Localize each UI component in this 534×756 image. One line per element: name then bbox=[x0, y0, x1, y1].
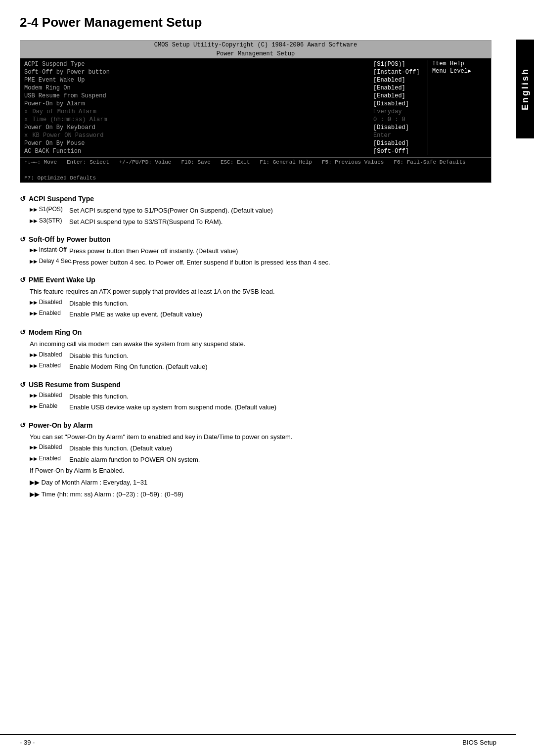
desc-extra: ▶▶ Day of Month Alarm : Everyday, 1~31 bbox=[20, 478, 491, 488]
bios-row-value: [Enabled] bbox=[373, 92, 423, 99]
bios-row-label: ACPI Suspend Type bbox=[24, 61, 113, 68]
bios-footer-item: F7: Optimized Defaults bbox=[24, 175, 96, 181]
bios-row: ACPI Suspend Type[S1(POS)] bbox=[24, 60, 423, 68]
desc-item: DisabledDisable this function. bbox=[20, 392, 491, 401]
desc-extra: ▶▶ Time (hh: mm: ss) Alarm : (0~23) : (0… bbox=[20, 489, 491, 500]
desc-item-text: Press power button 4 sec. to Power off. … bbox=[73, 258, 491, 267]
desc-item-text: Enable alarm function to POWER ON system… bbox=[69, 455, 491, 465]
bios-menu-level: Menu Level▶ bbox=[432, 67, 487, 75]
bios-row-value: [Enabled] bbox=[373, 85, 423, 91]
desc-section-modem-ring: Modem Ring OnAn incoming call via modem … bbox=[20, 328, 491, 372]
desc-item-label: Disabled bbox=[30, 351, 69, 361]
bios-footer-item: ESC: Exit bbox=[221, 159, 250, 165]
bios-main-panel: ACPI Suspend Type[S1(POS)]Soft-Off by Po… bbox=[24, 60, 423, 155]
desc-section-pme-event: PME Event Wake UpThis feature requires a… bbox=[20, 276, 491, 319]
bios-footer-item: +/-/PU/PD: Value bbox=[119, 159, 172, 165]
desc-item-text: Press power button then Power off instan… bbox=[69, 246, 491, 256]
bios-row: Power On By Mouse[Disabled] bbox=[24, 139, 423, 147]
desc-item-text: Enable Modem Ring On function. (Default … bbox=[69, 362, 491, 372]
bios-item-help: Item Help bbox=[432, 60, 487, 67]
bios-footer-item: F6: Fail-Safe Defaults bbox=[394, 159, 465, 165]
desc-heading-soft-off: Soft-Off by Power button bbox=[20, 235, 491, 243]
desc-plain-modem-ring: An incoming call via modem can awake the… bbox=[20, 339, 491, 350]
desc-item-label: Disabled bbox=[30, 444, 69, 453]
bios-row: USB Resume from Suspend[Enabled] bbox=[24, 92, 423, 100]
footer-page-number: - 39 - bbox=[20, 739, 35, 746]
desc-item: S1(POS)Set ACPI suspend type to S1/POS(P… bbox=[20, 206, 491, 216]
bios-row-label: x Day of Month Alarm bbox=[24, 108, 113, 115]
desc-item-text: Enable USB device wake up system from su… bbox=[69, 402, 491, 412]
desc-heading-usb-resume: USB Resume from Suspend bbox=[20, 381, 491, 389]
bios-row-label: AC BACK Function bbox=[24, 148, 113, 155]
desc-item: Delay 4 Sec.Press power button 4 sec. to… bbox=[20, 258, 491, 267]
bios-row: x Time (hh:mm:ss) Alarm0 : 0 : 0 bbox=[24, 116, 423, 124]
bios-row-value: Enter bbox=[373, 132, 423, 139]
bios-row-label: PME Event Wake Up bbox=[24, 77, 113, 84]
desc-heading-pme-event: PME Event Wake Up bbox=[20, 276, 491, 284]
desc-heading-power-on-alarm: Power-On by Alarm bbox=[20, 421, 491, 429]
bios-footer-item: F10: Save bbox=[181, 159, 210, 165]
desc-item-label: Disabled bbox=[30, 392, 69, 401]
desc-item: EnableEnable USB device wake up system f… bbox=[20, 402, 491, 412]
english-tab-label: English bbox=[516, 40, 534, 138]
bios-row: x KB Power ON PasswordEnter bbox=[24, 132, 423, 139]
desc-item-label: S3(STR) bbox=[30, 217, 69, 227]
bios-row: x Day of Month AlarmEveryday bbox=[24, 108, 423, 116]
bios-title-top: CMOS Setup Utility-Copyright (C) 1984-20… bbox=[20, 41, 491, 49]
bios-row-value: [Enabled] bbox=[373, 77, 423, 84]
desc-heading-modem-ring: Modem Ring On bbox=[20, 328, 491, 336]
desc-item-label: Instant-Off bbox=[30, 246, 69, 256]
desc-item-text: Enable PME as wake up event. (Default va… bbox=[69, 310, 491, 319]
bios-row-value: [Disabled] bbox=[373, 124, 423, 131]
desc-item-text: Disable this function. bbox=[69, 299, 491, 309]
bios-row-value: [Disabled] bbox=[373, 100, 423, 107]
desc-item: DisabledDisable this function. (Default … bbox=[20, 444, 491, 453]
bios-row-value: [Soft-Off] bbox=[373, 148, 423, 155]
desc-item-label: S1(POS) bbox=[30, 206, 69, 216]
desc-item-text: Set ACPI suspend type to S1/POS(Power On… bbox=[69, 206, 491, 216]
bios-sidebar: Item Help Menu Level▶ bbox=[428, 60, 487, 155]
bios-row: AC BACK Function[Soft-Off] bbox=[24, 147, 423, 155]
bios-row-label: Modem Ring On bbox=[24, 85, 113, 91]
desc-section-soft-off: Soft-Off by Power buttonInstant-OffPress… bbox=[20, 235, 491, 267]
desc-item: EnabledEnable Modem Ring On function. (D… bbox=[20, 362, 491, 372]
page-title: 2-4 Power Management Setup bbox=[20, 15, 491, 30]
bios-row-value: Everyday bbox=[373, 108, 423, 115]
bios-footer-item: ↑↓→←: Move bbox=[24, 159, 57, 165]
bios-row: Power-On by Alarm[Disabled] bbox=[24, 100, 423, 108]
desc-section-power-on-alarm: Power-On by AlarmYou can set "Power-On b… bbox=[20, 421, 491, 500]
desc-item: EnabledEnable alarm function to POWER ON… bbox=[20, 455, 491, 465]
desc-item-text: Set ACPI suspend type to S3/STR(Suspend … bbox=[69, 217, 491, 227]
desc-item-label: Enabled bbox=[30, 310, 69, 319]
bios-row: PME Event Wake Up[Enabled] bbox=[24, 76, 423, 84]
desc-item-label: Enable bbox=[30, 402, 69, 412]
desc-plain-power-on-alarm: You can set "Power-On by Alarm" item to … bbox=[20, 432, 491, 443]
bios-row-value: [Instant-Off] bbox=[373, 69, 423, 76]
desc-item-text: Disable this function. (Default value) bbox=[69, 444, 491, 453]
bios-footer-item: F5: Previous Values bbox=[322, 159, 384, 165]
desc-item: Instant-OffPress power button then Power… bbox=[20, 246, 491, 256]
desc-item: S3(STR)Set ACPI suspend type to S3/STR(S… bbox=[20, 217, 491, 227]
bios-row-label: Power-On by Alarm bbox=[24, 100, 113, 107]
desc-section-usb-resume: USB Resume from SuspendDisabledDisable t… bbox=[20, 381, 491, 412]
desc-extra: If Power-On by Alarm is Enabled. bbox=[20, 466, 491, 476]
desc-item-label: Disabled bbox=[30, 299, 69, 309]
bios-footer-item: F1: General Help bbox=[260, 159, 312, 165]
bios-footer-item: Enter: Select bbox=[67, 159, 109, 165]
bios-row-label: x Time (hh:mm:ss) Alarm bbox=[24, 116, 113, 123]
desc-item: DisabledDisable this function. bbox=[20, 351, 491, 361]
footer-section-label: BIOS Setup bbox=[462, 739, 496, 746]
bios-row-value: 0 : 0 : 0 bbox=[373, 116, 423, 123]
description-sections: ACPI Suspend TypeS1(POS)Set ACPI suspend… bbox=[20, 195, 491, 500]
bios-footer: ↑↓→←: MoveEnter: Select+/-/PU/PD: ValueF… bbox=[20, 157, 491, 182]
bios-row-label: Power On By Mouse bbox=[24, 140, 113, 147]
bios-row-value: [S1(POS)] bbox=[373, 61, 423, 68]
bios-row: Modem Ring On[Enabled] bbox=[24, 84, 423, 92]
bios-title-sub: Power Management Setup bbox=[20, 49, 491, 58]
bios-row: Soft-Off by Power button[Instant-Off] bbox=[24, 68, 423, 76]
desc-item-text: Disable this function. bbox=[69, 351, 491, 361]
desc-plain-pme-event: This feature requires an ATX power suppl… bbox=[20, 287, 491, 297]
desc-section-acpi-suspend: ACPI Suspend TypeS1(POS)Set ACPI suspend… bbox=[20, 195, 491, 226]
bios-row-label: USB Resume from Suspend bbox=[24, 92, 113, 99]
bios-row-label: Power On By Keyboard bbox=[24, 124, 113, 131]
